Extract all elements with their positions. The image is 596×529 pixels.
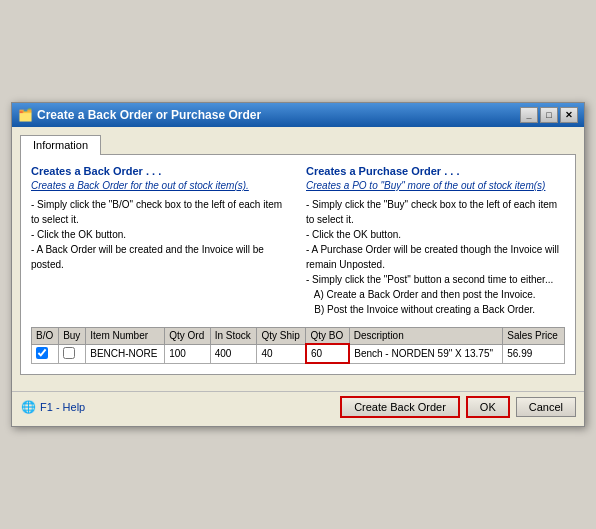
- cell-qty-bo[interactable]: 60: [306, 344, 349, 363]
- col-buy: Buy: [59, 328, 86, 345]
- items-table: B/O Buy Item Number Qty Ord In Stock Qty…: [31, 327, 565, 364]
- col-bo: B/O: [32, 328, 59, 345]
- col-sales-price: Sales Price: [503, 328, 565, 345]
- col-item-number: Item Number: [86, 328, 165, 345]
- footer: 🌐 F1 - Help Create Back Order OK Cancel: [12, 391, 584, 426]
- backorder-title: Creates a Back Order . . .: [31, 165, 290, 177]
- col-qty-ord: Qty Ord: [165, 328, 211, 345]
- purchaseorder-column: Creates a Purchase Order . . . Creates a…: [306, 165, 565, 317]
- window-icon: 🗂️: [18, 108, 33, 122]
- cell-sales-price: 56.99: [503, 344, 565, 363]
- tab-information[interactable]: Information: [20, 135, 101, 155]
- cell-in-stock: 400: [210, 344, 257, 363]
- cell-description: Bench - NORDEN 59" X 13.75": [349, 344, 503, 363]
- table-row: BENCH-NORE 100 400 40 60 Bench - NORDEN …: [32, 344, 565, 363]
- col-description: Description: [349, 328, 503, 345]
- bo-instruction-1: - Simply click the "B/O" check box to th…: [31, 197, 290, 227]
- cell-item-number: BENCH-NORE: [86, 344, 165, 363]
- help-icon: 🌐: [20, 399, 36, 415]
- buy-checkbox[interactable]: [63, 347, 75, 359]
- po-instruction-1: - Simply click the "Buy" check box to th…: [306, 197, 565, 227]
- create-back-order-button[interactable]: Create Back Order: [340, 396, 460, 418]
- table-header-row: B/O Buy Item Number Qty Ord In Stock Qty…: [32, 328, 565, 345]
- main-window: 🗂️ Create a Back Order or Purchase Order…: [11, 102, 585, 427]
- po-instruction-4: - Simply click the "Post" button a secon…: [306, 272, 565, 287]
- po-instruction-3: - A Purchase Order will be created thoug…: [306, 242, 565, 272]
- minimize-button[interactable]: _: [520, 107, 538, 123]
- cell-qty-ship: 40: [257, 344, 306, 363]
- po-instruction-5: A) Create a Back Order and then post the…: [306, 287, 565, 302]
- po-instructions: - Simply click the "Buy" check box to th…: [306, 197, 565, 317]
- help-label[interactable]: F1 - Help: [40, 401, 85, 413]
- po-subtitle: Creates a PO to "Buy" more of the out of…: [306, 180, 565, 191]
- col-qty-bo: Qty BO: [306, 328, 349, 345]
- col-qty-ship: Qty Ship: [257, 328, 306, 345]
- backorder-instructions: - Simply click the "B/O" check box to th…: [31, 197, 290, 272]
- window-title: Create a Back Order or Purchase Order: [37, 108, 261, 122]
- backorder-column: Creates a Back Order . . . Creates a Bac…: [31, 165, 290, 317]
- tab-content: Creates a Back Order . . . Creates a Bac…: [20, 154, 576, 375]
- cell-bo: [32, 344, 59, 363]
- po-instruction-2: - Click the OK button.: [306, 227, 565, 242]
- bo-instruction-3: - A Back Order will be created and the I…: [31, 242, 290, 272]
- po-title: Creates a Purchase Order . . .: [306, 165, 565, 177]
- footer-right: Create Back Order OK Cancel: [340, 396, 576, 418]
- cell-buy: [59, 344, 86, 363]
- maximize-button[interactable]: □: [540, 107, 558, 123]
- col-in-stock: In Stock: [210, 328, 257, 345]
- tab-bar: Information: [20, 135, 576, 154]
- backorder-subtitle: Creates a Back Order for the out of stoc…: [31, 180, 290, 191]
- cancel-button[interactable]: Cancel: [516, 397, 576, 417]
- footer-left: 🌐 F1 - Help: [20, 399, 85, 415]
- title-controls: _ □ ✕: [520, 107, 578, 123]
- po-instruction-6: B) Post the Invoice without creating a B…: [306, 302, 565, 317]
- cell-qty-ord: 100: [165, 344, 211, 363]
- bo-checkbox[interactable]: [36, 347, 48, 359]
- bo-instruction-2: - Click the OK button.: [31, 227, 290, 242]
- title-bar: 🗂️ Create a Back Order or Purchase Order…: [12, 103, 584, 127]
- info-columns: Creates a Back Order . . . Creates a Bac…: [31, 165, 565, 317]
- close-button[interactable]: ✕: [560, 107, 578, 123]
- ok-button[interactable]: OK: [466, 396, 510, 418]
- title-bar-left: 🗂️ Create a Back Order or Purchase Order: [18, 108, 261, 122]
- window-body: Information Creates a Back Order . . . C…: [12, 127, 584, 391]
